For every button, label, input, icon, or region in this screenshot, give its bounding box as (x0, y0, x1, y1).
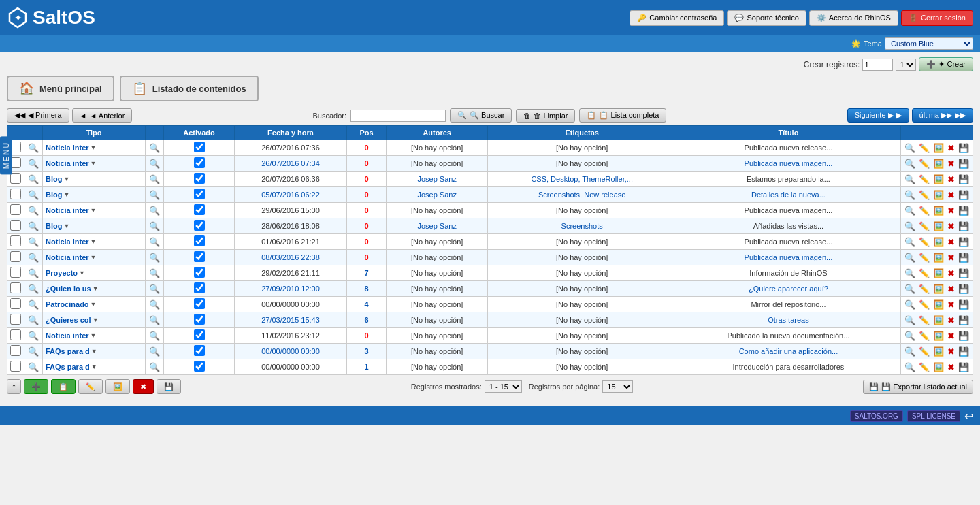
row-view-button[interactable]: 🔍 (904, 205, 916, 216)
tab-listado-contenidos[interactable]: 📋 Listado de contenidos (120, 76, 259, 101)
row-edit-button[interactable]: ✏️ (918, 174, 930, 185)
dropdown-arrow[interactable]: ▼ (63, 223, 69, 229)
row-save-button[interactable]: 💾 (958, 252, 970, 263)
dropdown-arrow[interactable]: ▼ (79, 270, 85, 276)
row-view-button[interactable]: 🔍 (904, 283, 916, 295)
row-checkbox[interactable] (10, 282, 21, 293)
row-delete-button[interactable]: ✖ (947, 142, 956, 154)
row-activado-checkbox[interactable] (194, 267, 205, 278)
row-delete-button[interactable]: ✖ (947, 205, 956, 216)
row-delete-button[interactable]: ✖ (947, 252, 956, 263)
row-view-button[interactable]: 🔍 (904, 158, 916, 169)
row-checkbox[interactable] (10, 267, 21, 278)
row-save-button[interactable]: 💾 (958, 299, 970, 310)
row-save-button[interactable]: 💾 (958, 142, 970, 154)
side-menu-indicator[interactable]: MENU (0, 136, 12, 174)
row-delete-button[interactable]: ✖ (947, 174, 956, 185)
row-search2-button[interactable]: 🔍 (148, 314, 161, 326)
dropdown-arrow[interactable]: ▼ (91, 301, 97, 308)
export-button[interactable]: 💾 💾 Exportar listado actual (863, 380, 973, 394)
row-view-button[interactable]: 🔍 (904, 361, 916, 373)
row-edit-button[interactable]: ✏️ (918, 252, 930, 263)
row-img-button[interactable]: 🖼️ (932, 189, 945, 201)
row-activado-checkbox[interactable] (194, 189, 205, 199)
row-search-button[interactable]: 🔍 (27, 267, 39, 279)
row-search-button[interactable]: 🔍 (27, 361, 39, 373)
row-checkbox[interactable] (10, 314, 21, 325)
bottom-up-button[interactable]: ↑ (7, 379, 21, 394)
row-search-button[interactable]: 🔍 (27, 283, 39, 295)
row-view-button[interactable]: 🔍 (904, 252, 916, 263)
row-search-button[interactable]: 🔍 (27, 174, 39, 185)
row-activado-checkbox[interactable] (194, 204, 205, 215)
row-view-button[interactable]: 🔍 (904, 330, 916, 342)
row-edit-button[interactable]: ✏️ (918, 346, 930, 357)
buscar-button[interactable]: 🔍 🔍 Buscar (450, 108, 512, 123)
row-view-button[interactable]: 🔍 (904, 236, 916, 248)
row-save-button[interactable]: 💾 (958, 314, 970, 326)
cerrar-sesion-button[interactable]: 🚪 Cerrar sesión (901, 10, 973, 26)
dropdown-arrow[interactable]: ▼ (91, 207, 97, 214)
row-save-button[interactable]: 💾 (958, 174, 970, 185)
row-delete-button[interactable]: ✖ (947, 221, 956, 232)
row-img-button[interactable]: 🖼️ (932, 283, 945, 295)
create-count-input[interactable] (862, 59, 893, 71)
row-search2-button[interactable]: 🔍 (148, 283, 161, 295)
row-activado-checkbox[interactable] (194, 235, 205, 246)
row-search2-button[interactable]: 🔍 (148, 174, 161, 185)
row-search-button[interactable]: 🔍 (27, 205, 39, 216)
row-delete-button[interactable]: ✖ (947, 236, 956, 248)
row-search-button[interactable]: 🔍 (27, 314, 39, 326)
row-search-button[interactable]: 🔍 (27, 221, 39, 232)
row-view-button[interactable]: 🔍 (904, 314, 916, 326)
row-search2-button[interactable]: 🔍 (148, 330, 161, 342)
row-save-button[interactable]: 💾 (958, 189, 970, 201)
bottom-img-button[interactable]: 🖼️ (105, 379, 130, 394)
row-save-button[interactable]: 💾 (958, 361, 970, 373)
row-activado-checkbox[interactable] (194, 345, 205, 356)
row-img-button[interactable]: 🖼️ (932, 142, 945, 154)
row-checkbox[interactable] (10, 298, 21, 309)
row-img-button[interactable]: 🖼️ (932, 252, 945, 263)
row-search2-button[interactable]: 🔍 (148, 158, 161, 169)
row-img-button[interactable]: 🖼️ (932, 346, 945, 357)
row-checkbox[interactable] (10, 235, 21, 246)
create-count-select[interactable]: 1 (896, 59, 916, 71)
row-delete-button[interactable]: ✖ (947, 299, 956, 310)
row-search-button[interactable]: 🔍 (27, 142, 39, 154)
theme-selector[interactable]: Custom Blue Default Blue Green (885, 37, 973, 50)
row-checkbox[interactable] (10, 329, 21, 340)
row-activado-checkbox[interactable] (194, 220, 205, 231)
siguiente-button[interactable]: Siguiente ▶ ▶ (847, 108, 909, 123)
row-edit-button[interactable]: ✏️ (918, 267, 930, 279)
row-search2-button[interactable]: 🔍 (148, 142, 161, 154)
row-view-button[interactable]: 🔍 (904, 267, 916, 279)
row-edit-button[interactable]: ✏️ (918, 189, 930, 201)
row-delete-button[interactable]: ✖ (947, 314, 956, 326)
row-search-button[interactable]: 🔍 (27, 158, 39, 169)
dropdown-arrow[interactable]: ▼ (63, 176, 69, 182)
row-search-button[interactable]: 🔍 (27, 346, 39, 357)
row-search2-button[interactable]: 🔍 (148, 299, 161, 310)
row-search2-button[interactable]: 🔍 (148, 189, 161, 201)
bottom-del-button[interactable]: ✖ (133, 379, 154, 394)
row-checkbox[interactable] (10, 189, 21, 199)
search-input[interactable] (350, 110, 446, 122)
row-img-button[interactable]: 🖼️ (932, 174, 945, 185)
row-checkbox[interactable] (10, 345, 21, 356)
dropdown-arrow[interactable]: ▼ (91, 254, 97, 261)
row-edit-button[interactable]: ✏️ (918, 236, 930, 248)
row-delete-button[interactable]: ✖ (947, 158, 956, 169)
row-img-button[interactable]: 🖼️ (932, 158, 945, 169)
row-search-button[interactable]: 🔍 (27, 236, 39, 248)
row-img-button[interactable]: 🖼️ (932, 330, 945, 342)
row-edit-button[interactable]: ✏️ (918, 205, 930, 216)
row-view-button[interactable]: 🔍 (904, 221, 916, 232)
row-activado-checkbox[interactable] (194, 251, 205, 262)
row-delete-button[interactable]: ✖ (947, 361, 956, 373)
row-delete-button[interactable]: ✖ (947, 189, 956, 201)
row-search2-button[interactable]: 🔍 (148, 346, 161, 357)
primera-button[interactable]: ◀◀ ◀ Primera (7, 108, 69, 123)
create-button[interactable]: ➕ ✦ Crear (919, 57, 973, 71)
row-img-button[interactable]: 🖼️ (932, 205, 945, 216)
